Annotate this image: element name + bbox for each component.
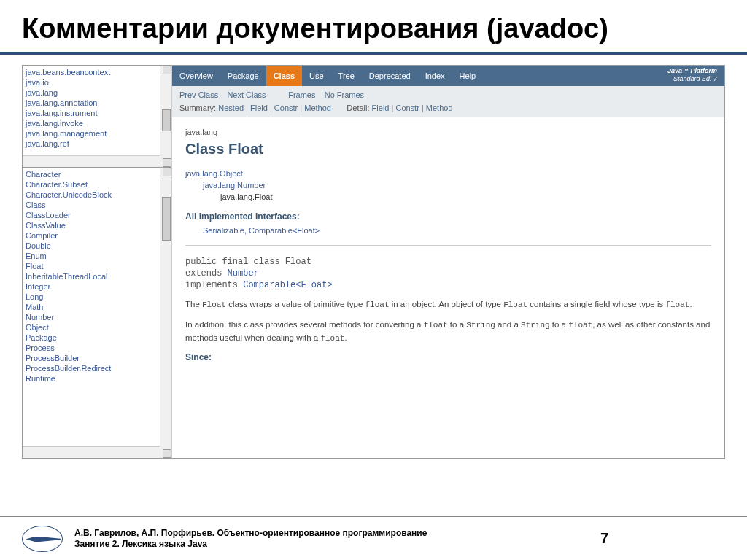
package-link[interactable]: java.lang.invoke	[26, 118, 169, 128]
class-link[interactable]: Double	[26, 241, 169, 251]
detail-constr[interactable]: Constr	[395, 104, 419, 112]
class-signature: public final class Float extends Number …	[185, 256, 711, 291]
implemented-heading: All Implemented Interfaces:	[185, 211, 711, 222]
class-link[interactable]: ProcessBuilder.Redirect	[26, 363, 169, 373]
frames-link[interactable]: Frames	[288, 90, 315, 99]
class-link[interactable]: Number	[26, 312, 169, 322]
prev-class-link[interactable]: Prev Class	[179, 90, 218, 99]
class-link[interactable]: Process	[26, 343, 169, 353]
top-navbar: Overview Package Class Use Tree Deprecat…	[172, 66, 724, 86]
package-link[interactable]: java.lang.annotation	[26, 98, 169, 108]
since-heading: Since:	[185, 352, 711, 362]
class-link[interactable]: ClassLoader	[26, 210, 169, 220]
noframes-link[interactable]: No Frames	[325, 90, 364, 99]
summary-nested[interactable]: Nested	[218, 104, 244, 112]
left-panels: java.beans.beancontextjava.iojava.langja…	[23, 66, 172, 458]
tab-help[interactable]: Help	[452, 66, 484, 86]
package-link[interactable]: java.lang.ref	[26, 139, 169, 149]
class-link[interactable]: Character.UnicodeBlock	[26, 190, 169, 200]
class-link[interactable]: Float	[26, 261, 169, 271]
sig-implements-link[interactable]: Comparable<Float>	[243, 280, 332, 290]
detail-method[interactable]: Method	[426, 104, 453, 112]
divider	[185, 245, 711, 246]
summary-constr[interactable]: Constr	[274, 104, 298, 112]
tab-use[interactable]: Use	[302, 66, 331, 86]
summary-field[interactable]: Field	[250, 104, 268, 112]
class-link[interactable]: Compiler	[26, 230, 169, 241]
platform-text: Java™ Platform	[667, 67, 717, 74]
class-link[interactable]: Object	[26, 322, 169, 332]
description-p1: The Float class wraps a value of primiti…	[185, 298, 711, 311]
next-class-link[interactable]: Next Class	[227, 90, 266, 99]
hier-number[interactable]: java.lang.Number	[203, 181, 266, 190]
edition-text: Standard Ed. 7	[673, 75, 717, 82]
detail-label: Detail:	[347, 104, 369, 112]
title-underline	[0, 52, 747, 55]
tab-package[interactable]: Package	[220, 66, 266, 86]
horizontal-scrollbar[interactable]	[23, 446, 160, 458]
class-link[interactable]: Class	[26, 200, 169, 210]
class-link[interactable]: ProcessBuilder	[26, 353, 169, 363]
class-hierarchy: java.lang.Object java.lang.Number java.l…	[185, 168, 711, 203]
main-doc: Overview Package Class Use Tree Deprecat…	[172, 66, 724, 458]
package-link[interactable]: java.lang.instrument	[26, 108, 169, 118]
package-link[interactable]: java.lang.management	[26, 128, 169, 139]
tab-overview[interactable]: Overview	[172, 66, 220, 86]
sig-line1: public final class Float	[185, 256, 711, 268]
package-list-panel: java.beans.beancontextjava.iojava.langja…	[23, 66, 171, 168]
tab-index[interactable]: Index	[418, 66, 452, 86]
tab-deprecated[interactable]: Deprecated	[362, 66, 418, 86]
platform-label: Java™ Platform Standard Ed. 7	[667, 67, 717, 83]
slide-title: Комментарии документирования (javadoc)	[0, 0, 747, 52]
implemented-list[interactable]: Serializable, Comparable<Float>	[185, 226, 711, 235]
logo-icon	[22, 526, 63, 552]
package-link[interactable]: java.io	[26, 77, 169, 88]
package-name: java.lang	[185, 128, 711, 136]
class-link[interactable]: Integer	[26, 281, 169, 292]
sig-extends-link[interactable]: Number	[228, 268, 259, 279]
sub-navbar: Prev Class Next Class Frames No Frames S…	[172, 86, 724, 117]
class-list-panel: CharacterCharacter.SubsetCharacter.Unico…	[23, 168, 171, 458]
detail-field[interactable]: Field	[372, 104, 390, 112]
hier-object[interactable]: java.lang.Object	[185, 169, 243, 178]
class-link[interactable]: Package	[26, 332, 169, 343]
class-link[interactable]: Math	[26, 302, 169, 312]
package-link[interactable]: java.lang	[26, 88, 169, 98]
tab-class[interactable]: Class	[266, 66, 302, 86]
package-link[interactable]: java.beans.beancontext	[26, 67, 169, 77]
description-p2: In addition, this class provides several…	[185, 319, 711, 345]
class-link[interactable]: InheritableThreadLocal	[26, 271, 169, 281]
class-link[interactable]: Enum	[26, 251, 169, 261]
class-title: Class Float	[185, 141, 711, 158]
vertical-scrollbar[interactable]	[160, 168, 171, 458]
vertical-scrollbar[interactable]	[160, 66, 171, 167]
slide-footer: А.В. Гаврилов, А.П. Порфирьев. Объектно-…	[0, 516, 747, 560]
footer-text: А.В. Гаврилов, А.П. Порфирьев. Объектно-…	[74, 528, 600, 550]
summary-label: Summary:	[179, 104, 216, 112]
class-link[interactable]: ClassValue	[26, 220, 169, 230]
hier-float: java.lang.Float	[220, 192, 273, 201]
tab-tree[interactable]: Tree	[331, 66, 362, 86]
class-link[interactable]: Long	[26, 292, 169, 302]
class-link[interactable]: Runtime	[26, 373, 169, 384]
class-link[interactable]: Character.Subset	[26, 179, 169, 190]
slide-number: 7	[600, 530, 725, 547]
horizontal-scrollbar[interactable]	[23, 155, 160, 167]
summary-method[interactable]: Method	[304, 104, 331, 112]
doc-body: java.lang Class Float java.lang.Object j…	[172, 117, 724, 377]
javadoc-screenshot: java.beans.beancontextjava.iojava.langja…	[22, 65, 725, 459]
class-link[interactable]: Character	[26, 169, 169, 179]
